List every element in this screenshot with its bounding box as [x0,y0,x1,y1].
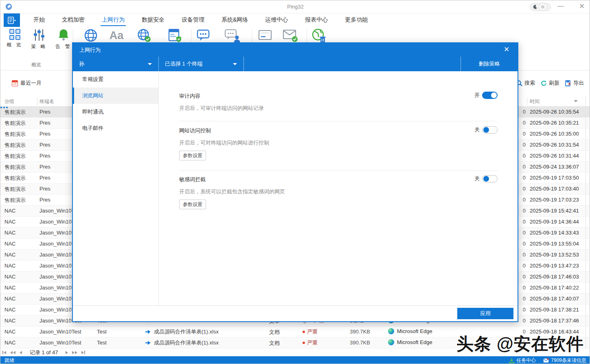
chevron-down-icon [148,63,152,67]
keywords-toggle-row: 关 [474,175,498,182]
dialog-footer: 应用 [73,305,518,321]
title-bar: Ping32 — ✕ [0,0,590,13]
toggle-state-label: 关 [474,126,480,134]
group-dropdown[interactable]: 孙 [73,57,159,71]
chat-bubble-icon [196,28,212,43]
cell-group: 售前演示 [4,175,36,182]
menu-tab-2[interactable]: 上网行为 [96,13,131,27]
cell-group: NAC [4,230,36,236]
cell-group: NAC [4,318,36,324]
menu-tab-8[interactable]: 更多功能 [339,13,374,27]
envelope-icon [257,28,273,42]
search-label: 搜索 [524,79,535,87]
mail-icon [543,358,549,363]
cell-file: 成品源码合作清单表(1).xlsx [145,339,267,346]
menu-tab-5[interactable]: 系统&网络 [215,13,254,27]
dialog-nav-item-2[interactable]: 即时通讯 [73,104,158,120]
task-center-button[interactable]: 任务中心 [509,357,536,364]
window-title: Ping32 [0,0,590,13]
pager-last-button[interactable] [81,351,85,354]
chat-audit-button[interactable] [192,28,216,44]
menu-tab-6[interactable]: 运维中心 [259,13,294,27]
cell-time: 2025-09-18 17:37:46 [530,318,583,324]
chat-user-button[interactable] [220,28,245,44]
theme-toggle[interactable] [530,3,551,11]
date-range-filter[interactable]: 23 最近一月 [12,79,42,87]
cell-time: 2025-09-19 14:33:43 [530,230,583,236]
header-time[interactable]: 时间 [530,98,540,105]
pager-fast-prev-button[interactable] [10,351,15,354]
access-params-button[interactable]: 参数设置 [179,151,206,160]
status-ready: 就绪 [4,357,14,364]
menu-tab-0[interactable]: 开始 [27,13,51,27]
refresh-button[interactable]: 刷新 [541,79,559,87]
site-audit-button[interactable] [132,28,156,44]
export-button[interactable]: 导出 [565,79,584,87]
overview-button[interactable]: 概 览 [2,28,27,48]
dialog-toolbar: 孙 已选择 1 个终端 删除策略 [73,57,518,71]
refresh-icon [541,80,547,86]
menu-tab-4[interactable]: 设备管理 [175,13,211,27]
menu-tab-3[interactable]: 数据安全 [136,13,171,27]
cell-group: NAC [4,208,36,214]
file-arrow-icon [145,329,151,334]
chevron-down-icon [233,63,237,67]
unread-messages-button[interactable]: 7909条未读信息 [543,357,586,364]
app-menu-button[interactable] [4,13,20,27]
cell-group: NAC [4,285,36,291]
cell-file-type: 文档 [269,340,300,347]
font-Aa-button[interactable]: Aa [104,29,129,42]
cell-group: NAC [4,274,36,280]
column-divider [527,97,527,105]
cell-severity: 严重 [303,339,347,346]
header-terminal[interactable]: 终端名 [39,98,54,105]
dialog-nav-item-0[interactable]: 常规设置 [73,71,158,88]
menu-tab-1[interactable]: 文档加密 [56,13,91,27]
severity-dot-icon [303,342,305,344]
time-filter-caret-icon[interactable] [574,100,578,104]
access-control-toggle[interactable] [482,126,498,134]
keywords-block-toggle[interactable] [482,175,498,182]
cell-group: NAC [4,340,36,346]
section-title-access: 网站访问控制 [179,127,211,134]
dialog-nav-item-1[interactable]: 浏览网站 [73,88,158,104]
cell-time: 2025-09-24 13:36:07 [530,164,583,170]
keywords-params-button[interactable]: 参数设置 [179,200,206,209]
cell-group: 售前演示 [4,120,36,127]
app-menu-icon [7,16,16,24]
watermark-text: 头条 @安在软件 [456,333,584,355]
minimize-button[interactable]: — [553,0,569,13]
dialog-title: 上网行为 [79,47,101,53]
cell-time: 2025-09-19 14:36:44 [530,219,583,225]
access-toggle-row: 关 [474,126,498,134]
dialog-nav-item-3[interactable]: 电子邮件 [73,120,158,136]
unread-label: 7909条未读信息 [551,357,586,364]
pager-fast-next-button[interactable] [72,351,77,354]
policy-button[interactable]: 策 略 [27,28,51,50]
table-right-divider [586,96,586,349]
browse-web-button[interactable] [79,28,103,44]
delete-policy-button[interactable]: 删除策略 [461,57,518,71]
pager-prev-button[interactable] [20,351,22,354]
mail-button[interactable] [253,28,277,44]
menu-tabs: 开始文档加密上网行为数据安全设备管理系统&网络运维中心报表中心更多功能 [25,13,376,27]
terminal-dropdown[interactable]: 已选择 1 个终端 [159,57,244,71]
file-arrow-icon [145,340,151,345]
header-group[interactable]: 分组 [4,98,14,105]
pager-first-button[interactable] [2,351,6,354]
cell-time: 2025-09-18 17:38:21 [530,307,583,313]
apply-button[interactable]: 应用 [457,308,513,319]
audit-toggle[interactable] [482,92,498,99]
chat-person-icon [224,28,241,43]
dialog-close-icon[interactable]: ✕ [501,43,512,57]
menu-tab-7[interactable]: 报表中心 [299,13,334,27]
section-desc-access: 开启后，可对终端访问的网站进行控制 [179,139,269,147]
pager-next-button[interactable] [66,351,68,354]
toggle-state-label: 关 [474,175,480,182]
close-button[interactable]: ✕ [574,0,590,13]
mail-audit-button[interactable] [278,28,303,44]
ribbon-group-caption: 概览 [0,61,72,68]
cell-group: 售前演示 [4,142,36,149]
cell-time: 2025-09-19 13:52:53 [530,252,583,258]
green-globe-trash-icon [311,28,327,44]
